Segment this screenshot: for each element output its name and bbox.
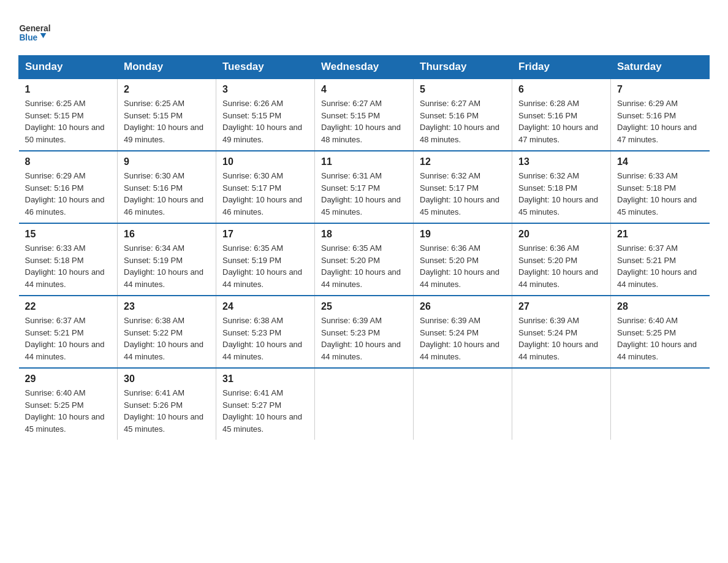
weekday-header-sunday: Sunday (19, 56, 118, 79)
calendar-cell: 3Sunrise: 6:26 AMSunset: 5:15 PMDaylight… (216, 79, 315, 151)
day-info: Sunrise: 6:25 AMSunset: 5:15 PMDaylight:… (124, 98, 210, 145)
day-number: 12 (420, 156, 506, 167)
day-info: Sunrise: 6:35 AMSunset: 5:19 PMDaylight:… (222, 242, 308, 290)
calendar-cell (611, 368, 710, 440)
day-number: 10 (222, 156, 308, 167)
day-info: Sunrise: 6:28 AMSunset: 5:16 PMDaylight:… (518, 98, 604, 145)
calendar-cell: 28Sunrise: 6:40 AMSunset: 5:25 PMDayligh… (611, 296, 710, 368)
calendar-cell: 4Sunrise: 6:27 AMSunset: 5:15 PMDaylight… (315, 79, 414, 151)
calendar-cell: 24Sunrise: 6:38 AMSunset: 5:23 PMDayligh… (216, 296, 315, 368)
day-number: 27 (518, 301, 604, 312)
day-info: Sunrise: 6:38 AMSunset: 5:22 PMDaylight:… (124, 315, 210, 362)
calendar-cell: 20Sunrise: 6:36 AMSunset: 5:20 PMDayligh… (512, 223, 611, 296)
day-info: Sunrise: 6:29 AMSunset: 5:16 PMDaylight:… (617, 98, 703, 145)
day-number: 28 (617, 301, 703, 312)
day-info: Sunrise: 6:39 AMSunset: 5:24 PMDaylight:… (420, 315, 506, 362)
calendar-week-row: 15Sunrise: 6:33 AMSunset: 5:18 PMDayligh… (19, 223, 710, 296)
day-info: Sunrise: 6:40 AMSunset: 5:25 PMDaylight:… (617, 315, 703, 362)
day-info: Sunrise: 6:27 AMSunset: 5:15 PMDaylight:… (321, 98, 407, 145)
day-info: Sunrise: 6:39 AMSunset: 5:24 PMDaylight:… (518, 315, 604, 362)
day-info: Sunrise: 6:36 AMSunset: 5:20 PMDaylight:… (518, 242, 604, 290)
calendar-week-row: 1Sunrise: 6:25 AMSunset: 5:15 PMDaylight… (19, 79, 710, 151)
calendar-cell: 11Sunrise: 6:31 AMSunset: 5:17 PMDayligh… (315, 151, 414, 223)
calendar-cell: 5Sunrise: 6:27 AMSunset: 5:16 PMDaylight… (414, 79, 512, 151)
calendar-cell: 29Sunrise: 6:40 AMSunset: 5:25 PMDayligh… (19, 368, 118, 440)
page-header: General Blue (18, 12, 710, 49)
calendar-week-row: 8Sunrise: 6:29 AMSunset: 5:16 PMDaylight… (19, 151, 710, 223)
calendar-cell: 22Sunrise: 6:37 AMSunset: 5:21 PMDayligh… (19, 296, 118, 368)
day-info: Sunrise: 6:30 AMSunset: 5:16 PMDaylight:… (124, 170, 210, 218)
logo-svg: General Blue (18, 15, 52, 49)
day-number: 11 (321, 156, 407, 167)
day-number: 4 (321, 84, 407, 95)
day-number: 1 (25, 84, 112, 95)
svg-text:Blue: Blue (19, 33, 37, 42)
calendar-week-row: 29Sunrise: 6:40 AMSunset: 5:25 PMDayligh… (19, 368, 710, 440)
calendar-cell: 16Sunrise: 6:34 AMSunset: 5:19 PMDayligh… (118, 223, 216, 296)
day-info: Sunrise: 6:25 AMSunset: 5:15 PMDaylight:… (25, 98, 112, 145)
calendar-cell: 19Sunrise: 6:36 AMSunset: 5:20 PMDayligh… (414, 223, 512, 296)
day-number: 6 (518, 84, 604, 95)
calendar-cell (512, 368, 611, 440)
calendar-week-row: 22Sunrise: 6:37 AMSunset: 5:21 PMDayligh… (19, 296, 710, 368)
calendar-cell: 6Sunrise: 6:28 AMSunset: 5:16 PMDaylight… (512, 79, 611, 151)
day-number: 3 (222, 84, 308, 95)
calendar-cell: 31Sunrise: 6:41 AMSunset: 5:27 PMDayligh… (216, 368, 315, 440)
calendar-cell: 9Sunrise: 6:30 AMSunset: 5:16 PMDaylight… (118, 151, 216, 223)
calendar-cell: 30Sunrise: 6:41 AMSunset: 5:26 PMDayligh… (118, 368, 216, 440)
weekday-header-saturday: Saturday (611, 56, 710, 79)
day-info: Sunrise: 6:40 AMSunset: 5:25 PMDaylight:… (25, 387, 112, 435)
day-number: 18 (321, 229, 407, 240)
calendar-cell: 15Sunrise: 6:33 AMSunset: 5:18 PMDayligh… (19, 223, 118, 296)
day-number: 30 (124, 373, 210, 385)
day-number: 8 (25, 156, 112, 167)
day-info: Sunrise: 6:39 AMSunset: 5:23 PMDaylight:… (321, 315, 407, 362)
calendar-cell: 12Sunrise: 6:32 AMSunset: 5:17 PMDayligh… (414, 151, 512, 223)
weekday-header-monday: Monday (118, 56, 216, 79)
calendar-table: SundayMondayTuesdayWednesdayThursdayFrid… (18, 55, 710, 440)
weekday-header-friday: Friday (512, 56, 611, 79)
day-info: Sunrise: 6:30 AMSunset: 5:17 PMDaylight:… (222, 170, 308, 218)
day-number: 9 (124, 156, 210, 167)
weekday-header-tuesday: Tuesday (216, 56, 315, 79)
day-number: 14 (617, 156, 703, 167)
calendar-cell: 13Sunrise: 6:32 AMSunset: 5:18 PMDayligh… (512, 151, 611, 223)
day-info: Sunrise: 6:32 AMSunset: 5:17 PMDaylight:… (420, 170, 506, 218)
calendar-cell: 1Sunrise: 6:25 AMSunset: 5:15 PMDaylight… (19, 79, 118, 151)
day-number: 16 (124, 229, 210, 240)
calendar-cell: 18Sunrise: 6:35 AMSunset: 5:20 PMDayligh… (315, 223, 414, 296)
calendar-cell: 23Sunrise: 6:38 AMSunset: 5:22 PMDayligh… (118, 296, 216, 368)
day-info: Sunrise: 6:31 AMSunset: 5:17 PMDaylight:… (321, 170, 407, 218)
calendar-cell: 2Sunrise: 6:25 AMSunset: 5:15 PMDaylight… (118, 79, 216, 151)
day-number: 7 (617, 84, 703, 95)
calendar-cell (414, 368, 512, 440)
calendar-cell: 7Sunrise: 6:29 AMSunset: 5:16 PMDaylight… (611, 79, 710, 151)
day-number: 15 (25, 229, 112, 240)
calendar-cell: 14Sunrise: 6:33 AMSunset: 5:18 PMDayligh… (611, 151, 710, 223)
calendar-cell: 27Sunrise: 6:39 AMSunset: 5:24 PMDayligh… (512, 296, 611, 368)
day-info: Sunrise: 6:29 AMSunset: 5:16 PMDaylight:… (25, 170, 112, 218)
day-info: Sunrise: 6:27 AMSunset: 5:16 PMDaylight:… (420, 98, 506, 145)
day-info: Sunrise: 6:35 AMSunset: 5:20 PMDaylight:… (321, 242, 407, 290)
calendar-cell (315, 368, 414, 440)
day-number: 25 (321, 301, 407, 312)
day-info: Sunrise: 6:37 AMSunset: 5:21 PMDaylight:… (617, 242, 703, 290)
logo: General Blue (18, 12, 52, 49)
svg-text:General: General (19, 24, 50, 33)
day-info: Sunrise: 6:34 AMSunset: 5:19 PMDaylight:… (124, 242, 210, 290)
day-info: Sunrise: 6:33 AMSunset: 5:18 PMDaylight:… (25, 242, 112, 290)
day-number: 21 (617, 229, 703, 240)
day-number: 2 (124, 84, 210, 95)
weekday-header-wednesday: Wednesday (315, 56, 414, 79)
day-info: Sunrise: 6:36 AMSunset: 5:20 PMDaylight:… (420, 242, 506, 290)
day-info: Sunrise: 6:26 AMSunset: 5:15 PMDaylight:… (222, 98, 308, 145)
day-info: Sunrise: 6:32 AMSunset: 5:18 PMDaylight:… (518, 170, 604, 218)
day-info: Sunrise: 6:38 AMSunset: 5:23 PMDaylight:… (222, 315, 308, 362)
day-number: 24 (222, 301, 308, 312)
calendar-cell: 17Sunrise: 6:35 AMSunset: 5:19 PMDayligh… (216, 223, 315, 296)
calendar-cell: 25Sunrise: 6:39 AMSunset: 5:23 PMDayligh… (315, 296, 414, 368)
day-number: 23 (124, 301, 210, 312)
weekday-header-thursday: Thursday (414, 56, 512, 79)
calendar-cell: 21Sunrise: 6:37 AMSunset: 5:21 PMDayligh… (611, 223, 710, 296)
day-info: Sunrise: 6:41 AMSunset: 5:26 PMDaylight:… (124, 387, 210, 435)
